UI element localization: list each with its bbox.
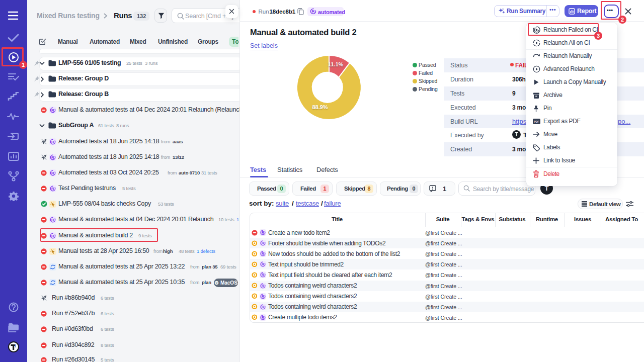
svg-text:R: R: [51, 140, 54, 144]
svg-text:11.1%: 11.1%: [328, 61, 344, 67]
svg-text:R: R: [51, 155, 54, 160]
svg-text:R: R: [51, 187, 54, 191]
svg-text:R: R: [262, 241, 265, 245]
svg-text:PDF: PDF: [534, 120, 539, 123]
svg-text:R: R: [262, 230, 265, 235]
svg-text:R: R: [262, 305, 265, 309]
svg-text:R: R: [262, 315, 265, 320]
svg-text:R: R: [262, 273, 265, 277]
svg-text:R: R: [51, 218, 54, 222]
svg-text:R: R: [51, 171, 54, 175]
svg-text:R: R: [262, 284, 265, 288]
svg-text:R: R: [312, 9, 315, 14]
svg-text:R: R: [262, 251, 265, 256]
svg-text:R: R: [262, 294, 265, 299]
svg-text:R: R: [262, 262, 265, 266]
svg-text:88.9%: 88.9%: [312, 104, 328, 110]
svg-text:R: R: [51, 108, 54, 113]
